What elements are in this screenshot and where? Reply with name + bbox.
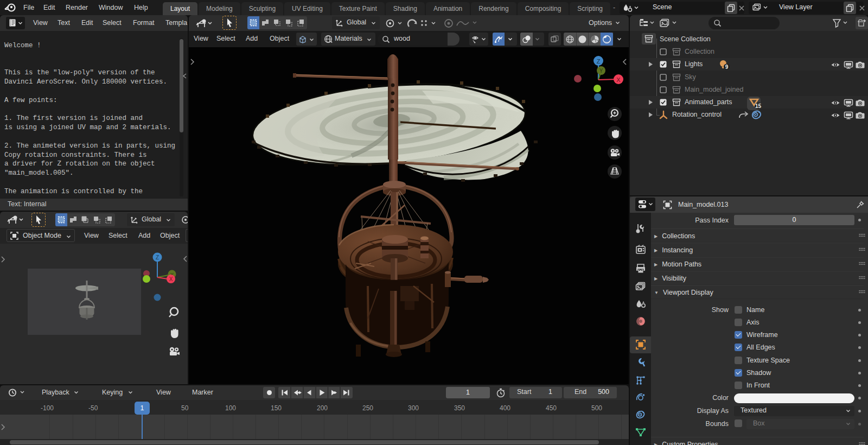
svg-text:Z: Z: [156, 255, 159, 260]
svg-text:9: 9: [725, 64, 729, 70]
svg-text:X: X: [169, 276, 173, 282]
svg-text:X: X: [616, 77, 621, 83]
svg-text:Z: Z: [597, 58, 601, 65]
svg-text:Y: Y: [599, 68, 603, 74]
svg-text:15: 15: [755, 103, 762, 109]
